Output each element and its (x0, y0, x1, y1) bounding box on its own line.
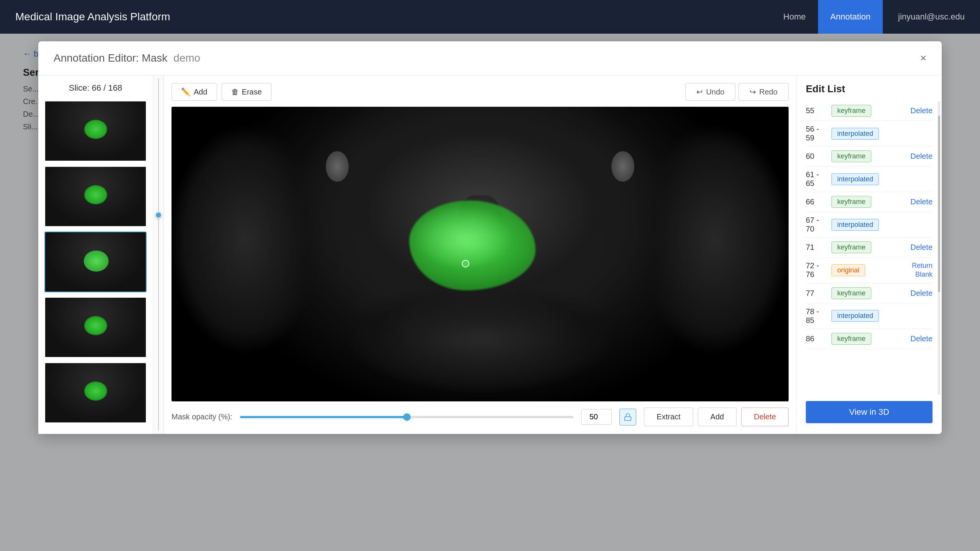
app-title: Medical Image Analysis Platform (15, 11, 756, 23)
thumbnail-item-5[interactable]: interpolated (44, 362, 147, 423)
edit-slice-num-7: 72 - 76 (806, 261, 827, 279)
edit-list-scrollbar (938, 101, 940, 395)
undo-button[interactable]: ↩ Undo (685, 83, 735, 101)
edit-row-4: 66keyframeDelete (806, 192, 933, 212)
edit-delete-8[interactable]: Delete (910, 289, 933, 298)
edit-slice-num-2: 60 (806, 152, 827, 161)
mri-thumb-5 (45, 363, 146, 422)
modal-title: Annotation Editor: Mask demo (54, 52, 200, 64)
undo-redo-group: ↩ Undo ↪ Redo (685, 83, 789, 101)
thumb-image-5 (45, 363, 146, 422)
modal-backdrop: Annotation Editor: Mask demo × Slice: 66… (0, 34, 980, 551)
edit-row-1: 56 - 59interpolated (806, 121, 933, 147)
nav-links: Home Annotation (771, 0, 883, 34)
pencil-icon: ✏️ (181, 87, 191, 96)
edit-badge-3: interpolated (831, 173, 879, 185)
opacity-slider[interactable] (240, 416, 573, 418)
opacity-handle[interactable] (403, 413, 411, 421)
add-mask-button[interactable]: Add (698, 408, 737, 426)
edit-slice-num-1: 56 - 59 (806, 125, 827, 142)
annotation-cursor (462, 260, 469, 267)
main-image-area: ✏️ Add 🗑 Erase ↩ Undo ↪ (164, 75, 796, 434)
edit-delete-2[interactable]: Delete (910, 152, 933, 161)
mri-tissue-2 (611, 151, 634, 182)
edit-row-5: 67 - 70interpolated (806, 212, 933, 238)
undo-icon: ↩ (696, 87, 703, 96)
edit-badge-5: interpolated (831, 219, 879, 231)
edit-list: 55keyframeDelete56 - 59interpolated60key… (797, 101, 942, 349)
eraser-icon: 🗑 (231, 88, 239, 96)
edit-badge-6: keyframe (831, 241, 871, 253)
mri-thumb-3 (45, 232, 146, 292)
opacity-row: Mask opacity (%): Extract Add (172, 408, 789, 426)
opacity-label: Mask opacity (%): (172, 412, 232, 421)
modal-body: Slice: 66 / 168 interpolated keyfra (38, 75, 942, 434)
edit-badge-9: interpolated (831, 310, 879, 322)
redo-icon: ↪ (750, 87, 756, 96)
edit-badge-10: keyframe (831, 333, 871, 345)
bottom-actions: Extract Add Delete (644, 408, 789, 426)
view3d-button[interactable]: View in 3D (806, 401, 933, 423)
slice-info: Slice: 66 / 168 (44, 83, 147, 93)
edit-list-wrapper: 55keyframeDelete56 - 59interpolated60key… (797, 101, 942, 395)
green-highlight (413, 204, 532, 287)
edit-slice-num-8: 77 (806, 289, 827, 298)
scroll-line (158, 78, 159, 431)
edit-slice-num-0: 55 (806, 106, 827, 115)
topnav: Medical Image Analysis Platform Home Ann… (0, 0, 980, 34)
main-image-container[interactable] (172, 107, 789, 401)
edit-slice-num-3: 61 - 65 (806, 170, 827, 188)
mri-main-view (172, 107, 789, 401)
edit-slice-num-4: 66 (806, 197, 827, 206)
edit-row-9: 78 - 85interpolated (806, 303, 933, 329)
erase-button[interactable]: 🗑 Erase (222, 83, 271, 101)
delete-button[interactable]: Delete (741, 408, 789, 426)
user-email: jinyuanl@usc.edu (898, 12, 965, 22)
thumbnail-item-3[interactable]: keyframe (44, 231, 147, 292)
edit-row-6: 71keyframeDelete (806, 238, 933, 258)
svg-rect-0 (625, 417, 631, 421)
edit-slice-num-10: 86 (806, 334, 827, 343)
edit-row-8: 77keyframeDelete (806, 284, 933, 303)
edit-list-scrollthumb[interactable] (938, 116, 940, 292)
mri-thumb-1 (45, 101, 146, 161)
edit-slice-num-6: 71 (806, 243, 827, 252)
nav-annotation[interactable]: Annotation (818, 0, 883, 34)
thumbnail-item-4[interactable]: interpolated (44, 297, 147, 358)
extract-button[interactable]: Extract (644, 408, 693, 426)
thumbnail-item-1[interactable] (44, 101, 147, 161)
thumbnail-panel: Slice: 66 / 168 interpolated keyfra (38, 75, 153, 434)
edit-delete-6[interactable]: Delete (910, 243, 933, 252)
edit-delete-10[interactable]: Delete (910, 334, 933, 343)
edit-row-10: 86keyframeDelete (806, 329, 933, 349)
edit-delete-4[interactable]: Delete (910, 197, 933, 206)
edit-list-title: Edit List (797, 83, 942, 95)
thumb-image-4 (45, 298, 146, 357)
thumb-image-2 (45, 167, 146, 226)
edit-badge-2: keyframe (831, 150, 871, 162)
edit-slice-num-5: 67 - 70 (806, 216, 827, 233)
green-region-3 (83, 250, 108, 271)
thumb-image-3 (45, 232, 146, 292)
nav-home[interactable]: Home (771, 0, 818, 34)
edit-row-2: 60keyframeDelete (806, 147, 933, 166)
thumb-image-1 (45, 101, 146, 161)
redo-button[interactable]: ↪ Redo (738, 83, 789, 101)
thumbnail-item-2[interactable]: interpolated (44, 166, 147, 227)
edit-badge-7: original (831, 264, 865, 276)
edit-badge-1: interpolated (831, 128, 879, 140)
opacity-lock-icon[interactable] (619, 409, 636, 425)
modal-close-button[interactable]: × (920, 53, 926, 64)
slice-scroll-handle[interactable] (153, 75, 164, 434)
edit-badge-0: keyframe (831, 105, 871, 117)
mri-thumb-4 (45, 298, 146, 357)
mri-thumb-2 (45, 167, 146, 226)
mri-tissue-1 (326, 151, 349, 182)
add-button[interactable]: ✏️ Add (172, 83, 217, 101)
edit-delete-0[interactable]: Delete (910, 106, 933, 115)
edit-return-blank-7[interactable]: ReturnBlank (912, 261, 933, 279)
toolbar: ✏️ Add 🗑 Erase ↩ Undo ↪ (172, 83, 789, 101)
opacity-value-input[interactable] (581, 409, 612, 425)
scroll-circle[interactable] (155, 212, 162, 218)
edit-row-0: 55keyframeDelete (806, 101, 933, 121)
